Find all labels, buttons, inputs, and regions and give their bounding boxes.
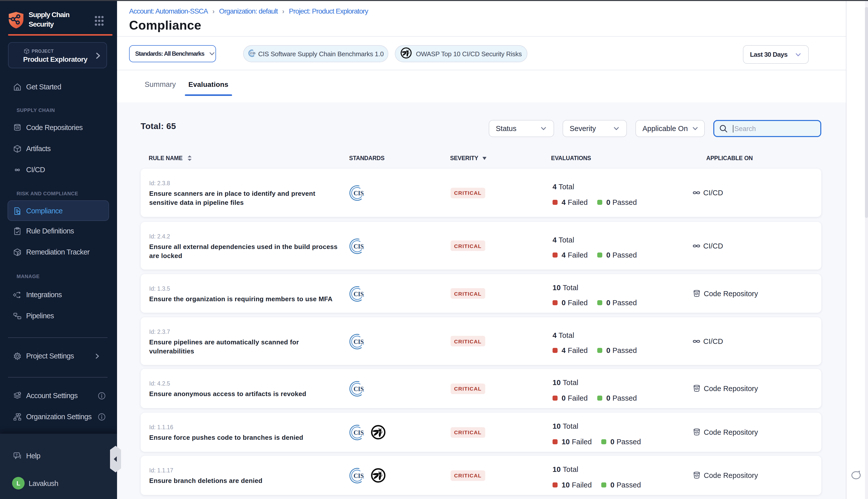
svg-text:CIS: CIS xyxy=(354,243,364,250)
svg-text:CIS: CIS xyxy=(354,472,364,479)
svg-text:CIS: CIS xyxy=(354,338,364,345)
svg-text:CIS: CIS xyxy=(354,190,364,196)
svg-text:CIS: CIS xyxy=(354,429,364,436)
svg-text:CIS: CIS xyxy=(250,51,255,55)
svg-text:CIS: CIS xyxy=(354,386,364,392)
svg-text:?: ? xyxy=(15,453,17,457)
svg-text:CIS: CIS xyxy=(354,290,364,297)
